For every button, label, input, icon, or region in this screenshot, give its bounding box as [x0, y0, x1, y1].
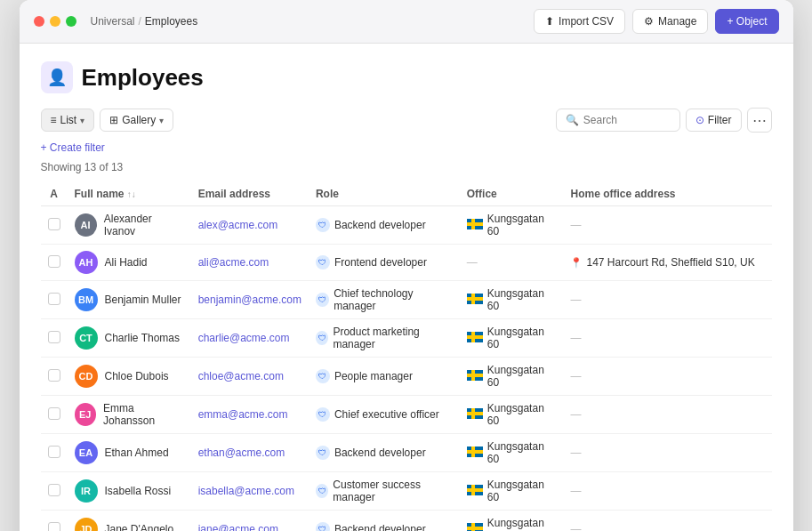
flag-icon — [467, 485, 483, 498]
table-row[interactable]: CT Charlie Thomas charlie@acme.com 🛡 Pro… — [41, 319, 772, 358]
import-label: Import CSV — [559, 15, 614, 28]
table-row[interactable]: EA Ethan Ahmed ethan@acme.com 🛡 Backend … — [41, 434, 772, 472]
close-button[interactable] — [34, 16, 44, 27]
role-label: Chief technology manager — [334, 287, 453, 312]
search-box[interactable]: 🔍 — [556, 109, 680, 132]
col-header-home-office: Home office address — [563, 182, 771, 206]
col-header-full-name[interactable]: Full name ↑↓ — [68, 182, 191, 206]
content-area: 👤 Employees ≡ List ▾ ⊞ Gallery ▾ � — [20, 44, 793, 531]
role-cell: 🛡 Customer success manager — [316, 479, 453, 503]
gallery-icon: ⊞ — [109, 114, 118, 126]
flag-icon — [467, 523, 483, 532]
traffic-lights — [34, 16, 76, 27]
email-link[interactable]: isabella@acme.com — [198, 485, 294, 497]
row-checkbox[interactable] — [48, 218, 60, 230]
role-icon: 🛡 — [316, 522, 330, 531]
col-header-office: Office — [460, 182, 564, 206]
employees-list: AI Alexander Ivanov alex@acme.com 🛡 Back… — [41, 206, 772, 532]
role-cell: 🛡 Frontend developer — [316, 255, 453, 270]
filter-icon: ⊙ — [695, 114, 704, 126]
name-cell: EJ Emma Johansson — [75, 402, 184, 427]
import-csv-button[interactable]: ⬆ Import CSV — [534, 9, 625, 34]
employee-name: Ali Hadid — [105, 256, 148, 269]
name-cell: AH Ali Hadid — [75, 251, 184, 274]
create-filter-button[interactable]: + Create filter — [41, 141, 772, 154]
role-icon: 🛡 — [316, 331, 329, 345]
employee-icon: 👤 — [47, 68, 67, 87]
email-link[interactable]: chloe@acme.com — [198, 370, 284, 382]
email-link[interactable]: ethan@acme.com — [198, 447, 285, 459]
title-bar: Universal / Employees ⬆ Import CSV ⚙ Man… — [20, 0, 793, 44]
main-window: Universal / Employees ⬆ Import CSV ⚙ Man… — [20, 0, 793, 531]
avatar: JD — [75, 518, 98, 531]
table-row[interactable]: EJ Emma Johansson emma@acme.com 🛡 Chief … — [41, 396, 772, 434]
employee-name: Charlie Thomas — [105, 332, 180, 344]
home-office-dash: — — [570, 370, 581, 382]
list-label: List — [60, 114, 77, 126]
office-label: Kungsgatan 60 — [487, 402, 557, 427]
table-row[interactable]: CD Chloe Dubois chloe@acme.com 🛡 People … — [41, 358, 772, 396]
email-link[interactable]: emma@acme.com — [198, 408, 288, 421]
col-header-email: Email address — [191, 182, 309, 206]
more-options-button[interactable]: ⋯ — [747, 108, 772, 133]
row-checkbox[interactable] — [48, 293, 60, 305]
email-link[interactable]: ali@acme.com — [198, 256, 269, 269]
office-cell: Kungsgatan 60 — [467, 287, 557, 312]
email-link[interactable]: benjamin@acme.com — [198, 294, 301, 306]
role-label: Customer success manager — [333, 479, 452, 503]
name-cell: EA Ethan Ahmed — [75, 441, 184, 464]
list-view-button[interactable]: ≡ List ▾ — [41, 109, 95, 132]
add-object-button[interactable]: + Object — [715, 9, 778, 34]
row-checkbox[interactable] — [48, 522, 60, 532]
filter-button[interactable]: ⊙ Filter — [686, 109, 742, 132]
row-checkbox[interactable] — [48, 331, 60, 343]
breadcrumb-parent[interactable]: Universal — [91, 15, 135, 28]
email-link[interactable]: jane@acme.com — [198, 523, 278, 531]
row-checkbox[interactable] — [48, 369, 60, 382]
breadcrumb-current: Employees — [145, 15, 197, 28]
showing-count: Showing 13 of 13 — [41, 161, 772, 173]
table-row[interactable]: JD Jane D'Angelo jane@acme.com 🛡 Backend… — [41, 511, 772, 532]
row-checkbox[interactable] — [48, 255, 60, 268]
table-row[interactable]: AH Ali Hadid ali@acme.com 🛡 Frontend dev… — [41, 245, 772, 281]
minimize-button[interactable] — [50, 16, 60, 27]
office-cell: Kungsgatan 60 — [467, 517, 557, 531]
table-row[interactable]: IR Isabella Rossi isabella@acme.com 🛡 Cu… — [41, 472, 772, 511]
import-icon: ⬆ — [545, 15, 554, 28]
gallery-view-button[interactable]: ⊞ Gallery ▾ — [100, 109, 173, 132]
role-icon: 🛡 — [316, 218, 330, 232]
row-checkbox[interactable] — [48, 484, 60, 496]
avatar: AH — [75, 251, 98, 274]
search-input[interactable] — [583, 114, 671, 126]
email-link[interactable]: alex@acme.com — [198, 219, 278, 231]
row-checkbox[interactable] — [48, 446, 60, 458]
role-label: Backend developer — [334, 447, 426, 459]
col-header-checkbox: A — [41, 182, 68, 206]
fullscreen-button[interactable] — [66, 16, 76, 27]
flag-icon — [467, 219, 483, 232]
table-row[interactable]: BM Benjamin Muller benjamin@acme.com 🛡 C… — [41, 281, 772, 319]
svg-rect-20 — [471, 485, 475, 495]
home-office-dash: — — [570, 447, 581, 459]
role-icon: 🛡 — [316, 446, 330, 460]
col-header-role: Role — [309, 182, 460, 206]
manage-button[interactable]: ⚙ Manage — [632, 9, 708, 34]
role-label: Backend developer — [334, 219, 426, 231]
office-cell: Kungsgatan 60 — [467, 402, 557, 427]
page-title-row: 👤 Employees — [41, 61, 772, 93]
email-link[interactable]: charlie@acme.com — [198, 332, 290, 344]
breadcrumb: Universal / Employees — [91, 15, 198, 28]
role-icon: 🛡 — [316, 407, 330, 422]
employee-name: Benjamin Muller — [105, 294, 181, 306]
avatar: CT — [75, 326, 98, 350]
role-icon: 🛡 — [316, 255, 330, 270]
row-checkbox[interactable] — [48, 407, 60, 420]
name-cell: BM Benjamin Muller — [75, 288, 184, 311]
table-row[interactable]: AI Alexander Ivanov alex@acme.com 🛡 Back… — [41, 206, 772, 245]
role-label: Chief executive officer — [334, 408, 439, 421]
role-icon: 🛡 — [316, 293, 329, 307]
home-office-dash: — — [570, 523, 581, 531]
office-label: Kungsgatan 60 — [487, 440, 557, 465]
role-cell: 🛡 People manager — [316, 369, 453, 383]
avatar: CD — [75, 365, 98, 388]
